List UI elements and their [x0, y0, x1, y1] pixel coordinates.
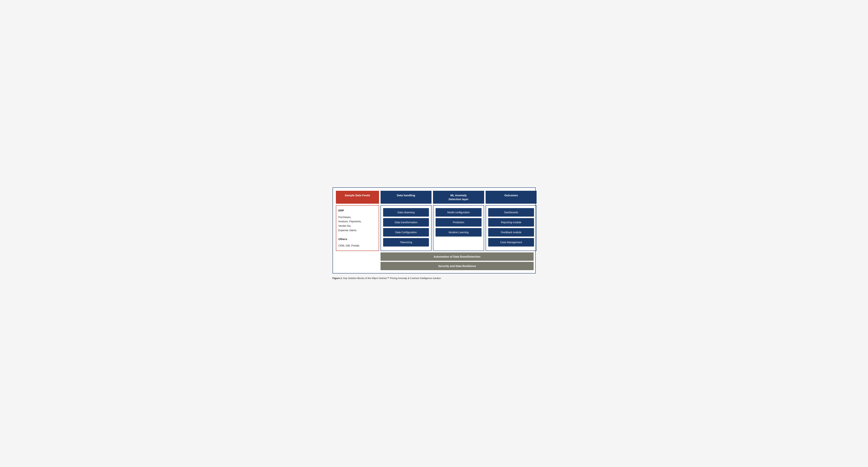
erp-label: ERP: [338, 208, 376, 213]
col4-header: Outcomes: [486, 191, 537, 204]
data-cleansing-btn: Data cleansing: [383, 208, 429, 217]
dashboards-btn: Dashboards: [488, 208, 534, 217]
ml-detection-panel: Model configuration Prediction Iterative…: [433, 205, 484, 251]
sample-data-panel: ERP Purchases,Invoices, Payments,Vendor …: [336, 205, 379, 251]
caption: Figure 1: Key Solution Blocks of the Wip…: [333, 277, 536, 280]
data-transformation-btn: Data transformation: [383, 218, 429, 226]
outcomes-panel: Dashboards Reporting module Feedback mod…: [486, 205, 537, 251]
security-bar: Security and Data Resilience: [380, 262, 534, 270]
col2-header-label: Data handling: [397, 194, 415, 197]
col1-header: Sample Data Feeds: [336, 191, 379, 204]
data-configuration-btn: Data Configuration: [383, 228, 429, 237]
body-row: ERP Purchases,Invoices, Payments,Vendor …: [336, 205, 532, 251]
col3-header: ML AnomalyDetection layer: [433, 191, 484, 204]
model-configuration-btn: Model configuration: [436, 208, 482, 217]
diagram-container: Sample Data Feeds Data handling ML Anoma…: [333, 187, 536, 274]
feedback-module-btn: Feedback module: [488, 228, 534, 237]
case-management-btn: Case Management: [488, 238, 534, 247]
tokenizing-btn: Tokenizing: [383, 238, 429, 247]
diagram: Sample Data Feeds Data handling ML Anoma…: [336, 191, 532, 270]
spanning-bars-section: Automation of Data flows/DetectionSecuri…: [336, 251, 532, 270]
caption-label: Figure 1:: [333, 277, 343, 280]
col1-header-label: Sample Data Feeds: [345, 194, 370, 197]
erp-items: Purchases,Invoices, Payments,Vendor list…: [338, 215, 376, 233]
col2-header: Data handling: [380, 191, 432, 204]
caption-text: Key Solution Blocks of the Wipro Holmes™…: [342, 277, 441, 280]
bottom-bars-wrapper: Automation of Data flows/DetectionSecuri…: [380, 252, 534, 270]
data-handling-panel: Data cleansing Data transformation Data …: [380, 205, 432, 251]
others-label: Others: [338, 237, 376, 242]
header-row: Sample Data Feeds Data handling ML Anoma…: [336, 191, 532, 204]
col4-header-label: Outcomes: [504, 194, 518, 197]
others-items: CRM, DW, Portals: [338, 244, 376, 248]
reporting-module-btn: Reporting module: [488, 218, 534, 226]
automation-bar: Automation of Data flows/Detection: [380, 252, 534, 261]
page-wrapper: Sample Data Feeds Data handling ML Anoma…: [333, 187, 536, 280]
iterative-learning-btn: Iterative Learning: [436, 228, 482, 237]
prediction-btn: Prediction: [436, 218, 482, 226]
